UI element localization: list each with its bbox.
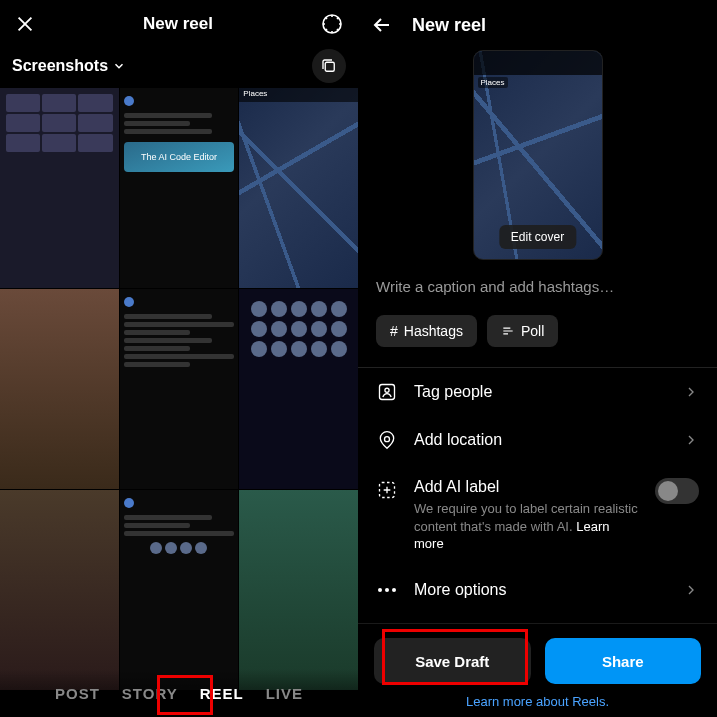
gallery-grid: The AI Code Editor Places (0, 88, 358, 717)
poll-icon (501, 324, 515, 338)
gallery-tile[interactable] (0, 289, 119, 489)
tab-post[interactable]: POST (55, 685, 100, 702)
gallery-tile[interactable] (0, 490, 119, 690)
create-mode-tabs: POST STORY REEL LIVE (0, 669, 358, 717)
right-title: New reel (412, 15, 486, 36)
back-icon[interactable] (370, 13, 394, 37)
settings-icon[interactable] (320, 12, 344, 36)
ai-label-title: Add AI label (414, 478, 639, 496)
svg-point-7 (385, 588, 389, 592)
reel-media-picker-pane: New reel Screenshots The AI Code Editor … (0, 0, 358, 717)
location-icon (376, 430, 398, 450)
bottom-bar: Save Draft Share Learn more about Reels. (358, 623, 717, 717)
gallery-tile[interactable] (120, 490, 239, 690)
chip-row: # Hashtags Poll (358, 315, 717, 367)
cover-preview[interactable]: Places Edit cover (473, 50, 603, 260)
svg-point-6 (378, 588, 382, 592)
more-icon (376, 587, 398, 593)
chevron-right-icon (683, 384, 699, 400)
tab-live[interactable]: LIVE (266, 685, 303, 702)
cover-places-label: Places (478, 77, 508, 88)
sparkle-icon (376, 480, 398, 500)
album-name: Screenshots (12, 57, 108, 75)
caption-input[interactable]: Write a caption and add hashtags… (358, 278, 717, 315)
poll-chip-label: Poll (521, 323, 544, 339)
svg-rect-1 (325, 62, 334, 71)
gallery-tile[interactable] (239, 289, 358, 489)
person-icon (376, 382, 398, 402)
chevron-right-icon (683, 432, 699, 448)
svg-point-4 (385, 437, 390, 442)
learn-more-reels-link[interactable]: Learn more about Reels. (374, 684, 701, 709)
add-location-label: Add location (414, 431, 667, 449)
gallery-tile[interactable]: The AI Code Editor (120, 88, 239, 288)
reel-compose-pane: New reel Places Edit cover Write a capti… (358, 0, 717, 717)
tab-story[interactable]: STORY (122, 685, 178, 702)
album-picker[interactable]: Screenshots (12, 57, 126, 75)
cover-top-bar (474, 51, 602, 75)
cover-area: Places Edit cover (358, 50, 717, 278)
svg-point-8 (392, 588, 396, 592)
ai-label-toggle[interactable] (655, 478, 699, 504)
hashtags-chip[interactable]: # Hashtags (376, 315, 477, 347)
right-header: New reel (358, 0, 717, 50)
chevron-down-icon (112, 59, 126, 73)
ai-label-subtitle: We require you to label certain realisti… (414, 500, 639, 553)
hashtags-chip-label: Hashtags (404, 323, 463, 339)
share-button[interactable]: Share (545, 638, 702, 684)
gallery-tile[interactable] (0, 88, 119, 288)
edit-cover-button[interactable]: Edit cover (499, 225, 576, 249)
multi-select-icon (320, 57, 338, 75)
multi-select-toggle[interactable] (312, 49, 346, 83)
ai-label-option[interactable]: Add AI label We require you to label cer… (358, 464, 717, 567)
left-title: New reel (143, 14, 213, 34)
add-location-option[interactable]: Add location (358, 416, 717, 464)
tag-people-option[interactable]: Tag people (358, 368, 717, 416)
more-options[interactable]: More options (358, 567, 717, 613)
left-subheader: Screenshots (0, 48, 358, 88)
hash-icon: # (390, 323, 398, 339)
save-draft-button[interactable]: Save Draft (374, 638, 531, 684)
tag-people-label: Tag people (414, 383, 667, 401)
code-editor-thumb: The AI Code Editor (124, 142, 235, 172)
places-label: Places (239, 88, 358, 102)
chevron-right-icon (683, 582, 699, 598)
close-icon[interactable] (14, 13, 36, 35)
gallery-tile[interactable] (239, 490, 358, 690)
poll-chip[interactable]: Poll (487, 315, 558, 347)
gallery-tile[interactable] (120, 289, 239, 489)
more-options-label: More options (414, 581, 667, 599)
tab-reel[interactable]: REEL (200, 685, 244, 702)
svg-point-3 (385, 388, 389, 392)
gallery-tile[interactable]: Places (239, 88, 358, 288)
left-header: New reel (0, 0, 358, 48)
